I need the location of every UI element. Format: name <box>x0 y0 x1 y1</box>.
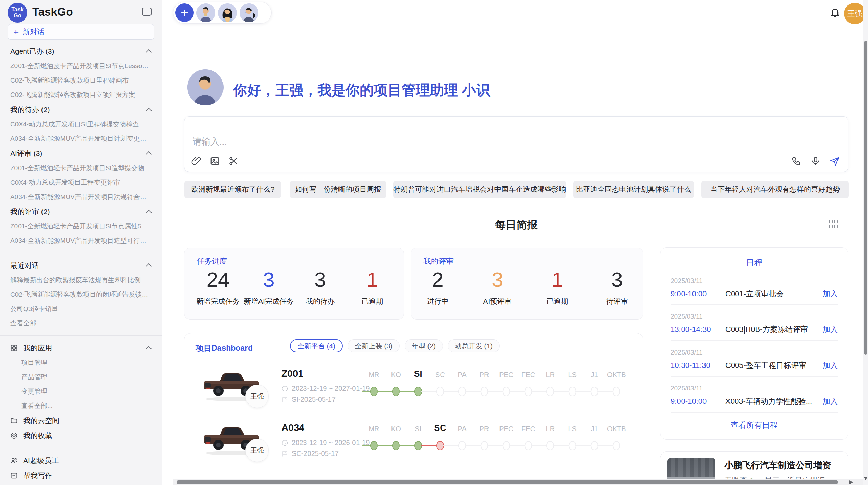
app-item-project-mgmt[interactable]: 项目管理 <box>0 356 162 370</box>
suggestion-chip[interactable]: 特朗普可能对进口汽车增税会对中国车企造成哪些影响 <box>393 181 566 198</box>
milestone-connector <box>399 445 415 446</box>
assistant-avatar <box>187 69 224 105</box>
project-code[interactable]: A034 <box>281 422 304 433</box>
view-all-apps[interactable]: 查看全部... <box>0 399 162 413</box>
tab-powertrain[interactable]: 动总开发 (1) <box>448 339 500 352</box>
taskgo-app: Task Go TaskGo + 新对话 Agent已办 (3) Z001-全新… <box>0 0 868 485</box>
sidebar-list: Agent已办 (3) Z001-全新燃油皮卡产品开发项目SI节点Lesson … <box>0 44 162 485</box>
project-flag-date: SC-2025-05-17 <box>281 450 339 458</box>
app-item-change-mgmt[interactable]: 变更管理 <box>0 384 162 399</box>
scroll-down-arrow[interactable] <box>864 477 868 480</box>
collapse-sidebar-icon[interactable] <box>142 8 152 16</box>
sidebar-item-ai-employees[interactable]: AI超级员工 <box>0 453 162 468</box>
flag-icon <box>281 450 288 457</box>
list-item[interactable]: C02-飞腾新能源轻客改款项目里程碑画布 <box>0 73 162 88</box>
app-item-product-mgmt[interactable]: 产品管理 <box>0 370 162 384</box>
new-chat-button[interactable]: + 新对话 <box>8 24 154 40</box>
new-chat-label: 新对话 <box>23 27 44 37</box>
horizontal-scrollbar-thumb[interactable] <box>177 480 838 484</box>
list-item[interactable]: A034-全新新能源MUV产品开发项目造型可行性评审 <box>0 234 162 248</box>
sidebar-item-creative-drawing[interactable]: 创意制图 <box>0 483 162 485</box>
section-ai-review[interactable]: AI评审 (3) <box>0 146 162 161</box>
milestone-connector <box>377 445 393 446</box>
scissors-icon[interactable] <box>228 156 239 166</box>
logo-text-bottom: Go <box>14 13 21 19</box>
phone-icon[interactable] <box>791 156 801 166</box>
writing-icon <box>10 472 18 480</box>
list-item[interactable]: A034-全新新能源MUV产品开发项目法规符合性评审 <box>0 190 162 204</box>
milestone-connector <box>509 445 526 446</box>
section-my-review[interactable]: 我的评审 (2) <box>0 204 162 219</box>
suggestion-chip[interactable]: 当下年轻人对汽车外观有怎样的喜好趋势 <box>701 181 849 198</box>
sidebar-item-cloud-space[interactable]: 我的云空间 <box>0 413 162 428</box>
list-item[interactable]: Z001-全新燃油轻卡产品开发项目SI造型提交物评审 <box>0 161 162 175</box>
paperclip-icon[interactable] <box>191 156 202 166</box>
list-item[interactable]: C02-飞腾新能源轻客改款项目的闭环通告反馈情况 <box>0 287 162 302</box>
plus-icon: + <box>13 28 19 36</box>
chevron-up-icon[interactable] <box>146 49 152 55</box>
milestone-connector <box>377 391 393 392</box>
milestone-connector <box>421 391 437 392</box>
list-item[interactable]: C0X4-动力总成开发项目工程变更评审 <box>0 175 162 190</box>
user-avatar[interactable]: 王强 <box>844 3 866 24</box>
chevron-up-icon[interactable] <box>146 151 152 157</box>
project-code[interactable]: Z001 <box>281 368 303 379</box>
layout-grid-icon[interactable] <box>829 220 838 228</box>
greeting-text: 你好，王强，我是你的项目管理助理 小识 <box>233 81 490 100</box>
tab-new-platform[interactable]: 全新平台 (4) <box>290 339 343 352</box>
milestone-connector <box>421 445 437 446</box>
sidebar-item-help-writing[interactable]: 帮我写作 <box>0 468 162 483</box>
milestone-connector <box>597 391 614 392</box>
folder-icon <box>10 417 18 424</box>
scroll-right-arrow[interactable] <box>849 480 853 484</box>
avatar[interactable] <box>240 3 258 22</box>
section-agent-done[interactable]: Agent已办 (3) <box>0 44 162 59</box>
logo-text-top: Task <box>11 7 23 13</box>
tab-new-body[interactable]: 全新上装 (3) <box>348 339 400 352</box>
milestone-connector <box>487 445 504 446</box>
list-item[interactable]: A034-全新新能源MUV产品开发项目计划变更表编写 <box>0 132 162 146</box>
view-all-schedule-link[interactable]: 查看所有日程 <box>660 420 848 431</box>
suggestion-chip[interactable]: 如何写一份清晰的项目周报 <box>290 181 386 198</box>
chat-composer[interactable]: 请输入... <box>184 116 848 172</box>
notification-bell-icon[interactable] <box>830 7 841 18</box>
metric: 1已逾期 <box>525 269 590 306</box>
add-session-button[interactable]: + <box>175 3 194 22</box>
suggestion-chip[interactable]: 比亚迪全固态电池计划具体说了什么 <box>573 181 694 198</box>
tab-model-year[interactable]: 年型 (2) <box>405 339 443 352</box>
join-button[interactable]: 加入 <box>823 396 838 407</box>
list-item[interactable]: 公司Q3轻卡销量 <box>0 302 162 316</box>
section-my-apps[interactable]: 我的应用 <box>0 340 162 356</box>
list-item[interactable]: Z001-全新燃油轻卡产品开发项目SI节点属性5D文件评审 <box>0 219 162 234</box>
image-icon[interactable] <box>210 156 220 166</box>
list-item[interactable]: C0X4-动力总成开发项目SI里程碑提交物检查 <box>0 117 162 132</box>
section-my-todo[interactable]: 我的待办 (2) <box>0 102 162 117</box>
list-item[interactable]: C02-飞腾新能源轻客改款项目立项汇报方案 <box>0 88 162 102</box>
view-all-chats[interactable]: 查看全部... <box>0 316 162 331</box>
avatar[interactable] <box>218 3 237 22</box>
milestone-connector <box>509 391 526 392</box>
suggestion-chip[interactable]: 欧洲新规最近颁布了什么? <box>184 181 281 198</box>
news-title[interactable]: 小鹏飞行汽车制造公司增资 <box>724 459 831 471</box>
milestone-connector <box>487 391 504 392</box>
avatar[interactable] <box>196 3 215 22</box>
microphone-icon[interactable] <box>810 156 821 166</box>
chevron-up-icon[interactable] <box>146 346 152 352</box>
vertical-scrollbar-thumb[interactable] <box>864 41 867 355</box>
divider <box>671 412 838 413</box>
sidebar-item-favorites[interactable]: 我的收藏 <box>0 428 162 443</box>
join-button[interactable]: 加入 <box>823 289 838 299</box>
join-button[interactable]: 加入 <box>823 324 838 335</box>
chevron-up-icon[interactable] <box>146 210 152 215</box>
list-item[interactable]: Z001-全新燃油皮卡产品开发项目SI节点Lesson Learn报告 <box>0 59 162 73</box>
section-recent-chats[interactable]: 最近对话 <box>0 258 162 273</box>
composer-placeholder: 请输入... <box>193 136 227 148</box>
milestone-connector <box>531 391 547 392</box>
chevron-up-icon[interactable] <box>146 108 152 113</box>
list-item[interactable]: 解释最新出台的欧盟报废车法规再生塑料比例被调至15%... <box>0 273 162 287</box>
composer-actions <box>791 156 840 166</box>
schedule-item: 2025/03/11 10:30-11:30 C005-整车工程目标评审 加入 <box>671 349 838 371</box>
join-button[interactable]: 加入 <box>823 360 838 371</box>
chevron-up-icon[interactable] <box>146 263 152 269</box>
send-icon[interactable] <box>830 156 840 166</box>
